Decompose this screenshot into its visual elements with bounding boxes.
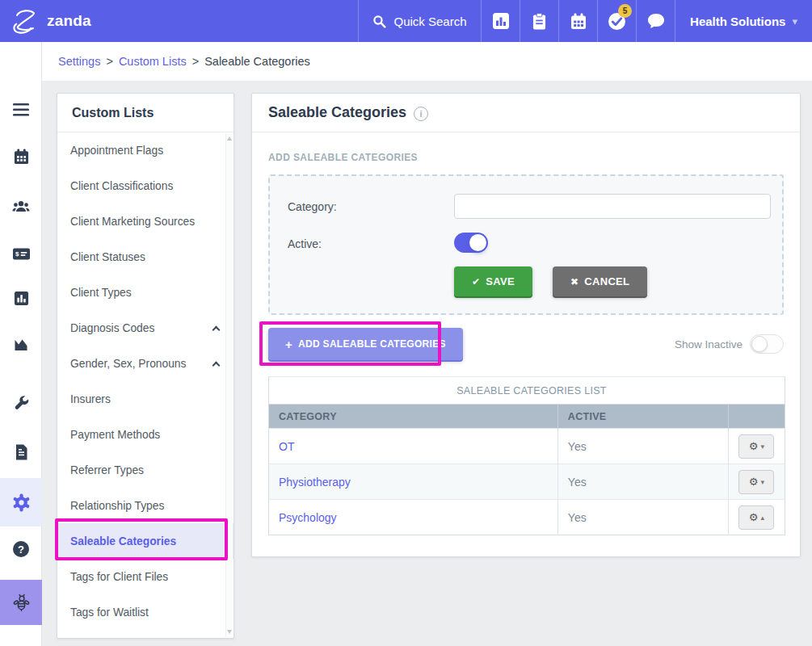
sidebar-menu-toggle[interactable] xyxy=(0,92,42,128)
custom-lists-scrollbar[interactable] xyxy=(225,133,233,637)
breadcrumb: Settings > Custom Lists > Saleable Categ… xyxy=(42,42,812,81)
left-sidebar: $ xyxy=(0,42,42,646)
list-item-insurers[interactable]: Insurers xyxy=(57,381,234,417)
svg-text:$: $ xyxy=(15,250,19,258)
breadcrumb-separator: > xyxy=(192,55,199,68)
list-item-referrer-types[interactable]: Referrer Types xyxy=(57,452,234,488)
clipboard-icon xyxy=(532,13,546,30)
toggle-knob xyxy=(469,234,486,251)
tasks-badge: 5 xyxy=(618,4,632,18)
row-actions-button[interactable]: ⚙ ▴ xyxy=(738,505,774,530)
quick-search-label: Quick Search xyxy=(393,15,466,28)
bar-chart-icon xyxy=(493,13,509,29)
category-label: Category: xyxy=(288,200,337,213)
active-value: Yes xyxy=(568,511,587,524)
add-category-form: Category: Active: ✔ SAVE ✖ CANCEL xyxy=(268,174,784,315)
breadcrumb-custom-lists[interactable]: Custom Lists xyxy=(119,55,187,68)
row-actions-button[interactable]: ⚙ ▾ xyxy=(738,434,774,459)
active-value: Yes xyxy=(568,440,587,453)
list-item-payment-methods[interactable]: Payment Methods xyxy=(57,417,234,452)
sidebar-item-clients[interactable] xyxy=(0,189,42,224)
scroll-down-arrow[interactable] xyxy=(227,630,232,634)
list-item-client-types[interactable]: Client Types xyxy=(57,275,234,310)
gear-icon: ⚙ xyxy=(749,476,759,488)
users-icon xyxy=(12,199,30,214)
list-item-relationship-types[interactable]: Relationship Types xyxy=(57,488,234,523)
list-item-gender-sex-pronouns[interactable]: Gender, Sex, Pronouns xyxy=(57,346,234,381)
list-item-client-marketing-sources[interactable]: Client Marketing Sources xyxy=(57,203,234,239)
list-item-tags-for-client-files[interactable]: Tags for Client Files xyxy=(57,559,234,594)
sidebar-item-billing[interactable]: $ xyxy=(0,236,42,271)
sidebar-item-settings[interactable] xyxy=(0,478,42,526)
column-header-category: CATEGORY xyxy=(269,405,558,429)
gear-icon: ⚙ xyxy=(749,511,759,523)
list-item-diagnosis-codes[interactable]: Diagnosis Codes xyxy=(57,310,234,346)
custom-lists-title: Custom Lists xyxy=(57,94,234,132)
file-icon xyxy=(15,444,28,460)
list-item-client-statuses[interactable]: Client Statuses xyxy=(57,239,234,275)
gear-icon xyxy=(12,493,31,512)
show-inactive-label: Show Inactive xyxy=(675,338,743,350)
category-link[interactable]: OT xyxy=(279,440,294,453)
list-item-client-classifications[interactable]: Client Classifications xyxy=(57,168,234,203)
category-link[interactable]: Physiotherapy xyxy=(279,476,351,489)
panel-header: Saleable Categories i xyxy=(252,94,800,132)
list-item-saleable-categories[interactable]: Saleable Categories xyxy=(57,523,234,559)
sidebar-item-tools[interactable] xyxy=(0,385,42,421)
search-icon xyxy=(372,15,386,28)
active-toggle[interactable] xyxy=(454,233,488,253)
account-label: Health Solutions xyxy=(690,15,785,28)
navbar-right-group: Quick Search xyxy=(358,0,812,42)
plus-icon: + xyxy=(285,338,292,351)
top-navbar: zanda Quick Search xyxy=(0,0,812,42)
sidebar-item-documents[interactable] xyxy=(0,434,42,470)
show-inactive-control: Show Inactive xyxy=(675,334,784,354)
sidebar-item-calendar[interactable] xyxy=(0,139,42,174)
category-link[interactable]: Psychology xyxy=(279,511,337,524)
add-saleable-categories-button[interactable]: + ADD SALEABLE CATEGORIES xyxy=(268,328,463,360)
breadcrumb-settings[interactable]: Settings xyxy=(58,55,100,68)
sidebar-item-reports[interactable] xyxy=(0,280,42,316)
info-icon[interactable]: i xyxy=(414,107,428,121)
reports-nav-button[interactable] xyxy=(481,0,520,42)
row-actions-button[interactable]: ⚙ ▾ xyxy=(738,470,774,494)
chat-bubble-icon xyxy=(647,13,665,29)
add-section-label: ADD SALEABLE CATEGORIES xyxy=(268,152,784,163)
sidebar-item-analytics[interactable] xyxy=(0,326,42,362)
question-icon: ? xyxy=(13,541,29,557)
calendar-icon xyxy=(14,149,29,165)
chevron-up-icon xyxy=(212,325,221,333)
breadcrumb-current: Saleable Categories xyxy=(204,55,310,68)
chevron-down-icon: ▾ xyxy=(792,15,797,27)
account-menu[interactable]: Health Solutions ▾ xyxy=(675,0,812,42)
scroll-up-arrow[interactable] xyxy=(227,136,232,141)
active-value: Yes xyxy=(568,476,587,489)
table-header-row: CATEGORY ACTIVE xyxy=(269,405,785,429)
sidebar-item-help[interactable]: ? xyxy=(0,531,42,567)
quick-search-button[interactable]: Quick Search xyxy=(358,0,481,42)
caret-up-icon: ▴ xyxy=(760,514,764,522)
chart-square-icon xyxy=(14,291,29,306)
saleable-categories-table: SALEABLE CATEGORIES LIST CATEGORY ACTIVE… xyxy=(268,376,785,535)
tasks-nav-button[interactable]: 5 xyxy=(597,0,636,42)
messages-nav-button[interactable] xyxy=(636,0,675,42)
notes-nav-button[interactable] xyxy=(520,0,558,42)
hamburger-icon xyxy=(13,103,29,116)
calendar-nav-button[interactable] xyxy=(558,0,597,42)
save-button[interactable]: ✔ SAVE xyxy=(454,266,532,296)
money-check-icon: $ xyxy=(13,248,30,260)
bee-icon xyxy=(12,594,31,612)
caret-down-icon: ▾ xyxy=(760,478,764,486)
show-inactive-toggle[interactable] xyxy=(750,334,784,354)
page-title: Saleable Categories xyxy=(268,104,406,121)
breadcrumb-separator: > xyxy=(106,55,112,68)
cancel-button[interactable]: ✖ CANCEL xyxy=(553,266,647,296)
brand-logo[interactable]: zanda xyxy=(0,0,91,42)
table-caption: SALEABLE CATEGORIES LIST xyxy=(269,377,785,405)
actions-row: + ADD SALEABLE CATEGORIES Show Inactive xyxy=(268,328,784,360)
category-input[interactable] xyxy=(454,194,771,219)
list-item-tags-for-waitlist[interactable]: Tags for Waitlist xyxy=(57,594,234,630)
sidebar-item-assistant[interactable] xyxy=(0,580,42,625)
list-item-appointment-flags[interactable]: Appointment Flags xyxy=(57,132,234,168)
check-icon: ✔ xyxy=(472,276,480,287)
